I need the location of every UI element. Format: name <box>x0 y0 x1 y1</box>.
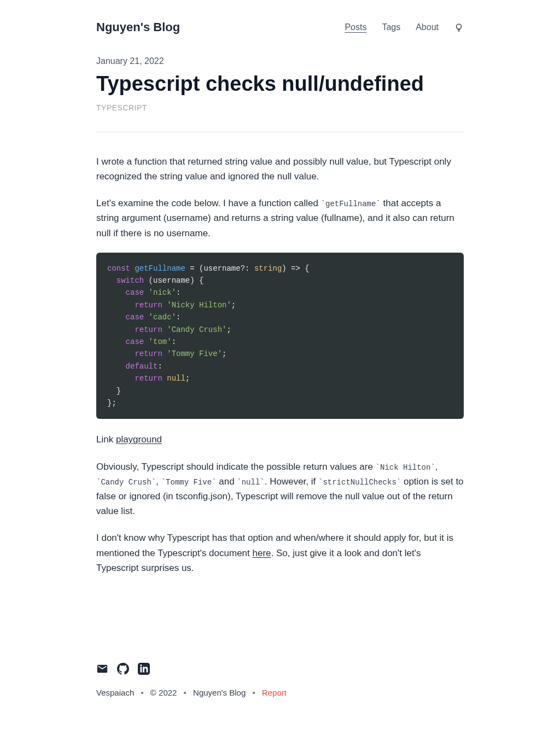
docs-link[interactable]: here <box>252 548 271 558</box>
inline-code: `Tommy Five` <box>161 478 217 487</box>
code-text: : <box>158 362 162 371</box>
linkedin-icon <box>138 663 150 675</box>
code-type: string <box>254 264 282 273</box>
code-text: ; <box>222 349 226 358</box>
playground-link[interactable]: playground <box>116 434 162 445</box>
code-text: (username) { <box>144 276 203 285</box>
report-link[interactable]: Report <box>262 688 287 697</box>
post-article: January 21, 2022 Typescript checks null/… <box>96 54 464 575</box>
code-block: const getFullname = (username?: string) … <box>96 253 464 419</box>
post-title: Typescript checks null/undefined <box>96 72 464 97</box>
linkedin-link[interactable] <box>138 663 150 679</box>
nav-posts[interactable]: Posts <box>345 20 366 34</box>
code-string: 'Tommy Five' <box>162 349 222 358</box>
code-keyword: case <box>107 337 144 346</box>
separator: • <box>252 688 255 697</box>
code-text: ; <box>231 301 236 310</box>
code-keyword: default <box>107 362 158 371</box>
footer-text: Vespaiach • © 2022 • Nguyen's Blog • Rep… <box>96 686 464 699</box>
text: , <box>435 462 438 472</box>
inline-code: `Nick Hilton` <box>376 463 435 472</box>
footer-copyright: © 2022 <box>150 688 177 697</box>
separator: • <box>141 688 143 697</box>
nav-about[interactable]: About <box>416 20 439 34</box>
code-text: : <box>176 313 180 322</box>
email-link[interactable] <box>96 663 108 679</box>
footer-blog: Nguyen's Blog <box>193 688 246 697</box>
code-keyword: return <box>107 325 162 334</box>
text: . However, if <box>265 476 318 487</box>
separator: • <box>184 688 186 697</box>
code-string: 'cadc' <box>144 313 176 322</box>
post-tag[interactable]: TYPESCRIPT <box>96 102 464 114</box>
site-footer: Vespaiach • © 2022 • Nguyen's Blog • Rep… <box>96 663 464 722</box>
code-text: } <box>107 387 121 395</box>
code-string: 'Candy Crush' <box>162 325 227 334</box>
code-keyword: const <box>107 264 130 273</box>
code-text: ; <box>185 374 190 383</box>
text: Let's examine the code below. I have a f… <box>96 198 321 208</box>
theme-toggle-button[interactable] <box>454 22 464 32</box>
code-string: 'nick' <box>144 288 176 297</box>
paragraph-3: Obviously, Typescript should indicate th… <box>96 459 464 519</box>
github-icon <box>117 663 129 675</box>
post-content: I wrote a function that returned string … <box>96 154 464 575</box>
post-date: January 21, 2022 <box>96 54 464 68</box>
github-link[interactable] <box>117 663 129 679</box>
text: Link <box>96 434 116 445</box>
email-icon <box>96 663 108 675</box>
code-text: = (username?: <box>185 264 254 273</box>
code-null: null <box>162 374 185 383</box>
paragraph-1: I wrote a function that returned string … <box>96 154 464 184</box>
code-keyword: case <box>107 288 144 297</box>
nav-tags[interactable]: Tags <box>382 20 400 34</box>
code-keyword: return <box>107 374 162 383</box>
code-text: ) => { <box>282 264 309 273</box>
code-func: getFullname <box>130 264 185 273</box>
paragraph-2: Let's examine the code below. I have a f… <box>96 196 464 241</box>
text: Obviously, Typescript should indicate th… <box>96 462 376 472</box>
code-string: 'tom' <box>144 337 171 346</box>
code-keyword: case <box>107 313 144 322</box>
footer-name: Vespaiach <box>96 688 134 697</box>
paragraph-4: I don't know why Typescript has that opt… <box>96 530 464 575</box>
code-keyword: return <box>107 301 162 310</box>
site-header: Nguyen's Blog Posts Tags About <box>96 0 464 54</box>
svg-point-0 <box>457 24 462 29</box>
code-text: ; <box>226 325 231 334</box>
inline-code-getfullname: `getFullname` <box>321 200 381 208</box>
inline-code: `null` <box>237 478 264 487</box>
inline-code: `Candy Crush` <box>96 478 156 487</box>
main-nav: Posts Tags About <box>345 20 464 34</box>
inline-code: `strictNullChecks` <box>318 478 401 487</box>
code-text: : <box>172 337 176 346</box>
code-string: 'Nicky Hilton' <box>162 301 231 310</box>
text: and <box>217 476 237 487</box>
paragraph-link: Link playground <box>96 432 464 447</box>
lightbulb-icon <box>454 22 464 32</box>
social-icons <box>96 663 464 679</box>
code-keyword: return <box>107 349 162 358</box>
text: , <box>156 476 161 487</box>
code-text: : <box>176 288 180 297</box>
code-text: }; <box>107 399 116 407</box>
divider <box>96 132 464 132</box>
code-keyword: switch <box>107 276 144 285</box>
site-title[interactable]: Nguyen's Blog <box>96 17 180 37</box>
